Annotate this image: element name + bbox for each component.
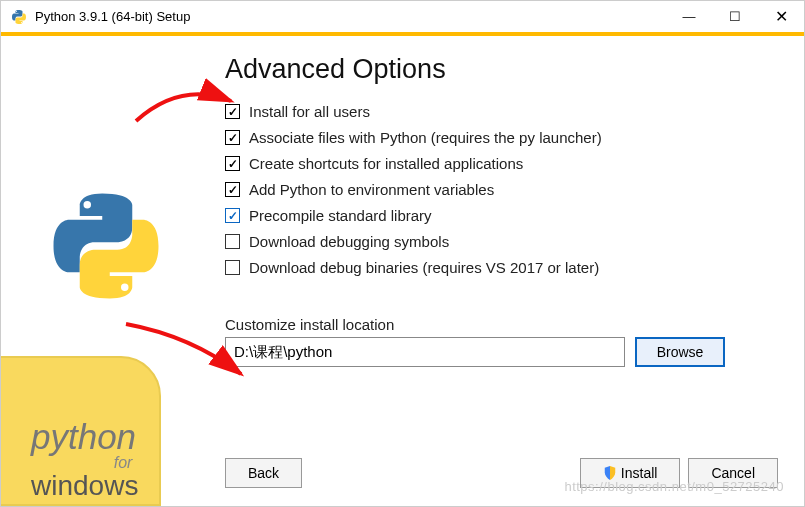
- browse-button[interactable]: Browse: [635, 337, 725, 367]
- shield-icon: [603, 466, 617, 480]
- tagline-windows: windows: [31, 472, 138, 500]
- option-label: Install for all users: [249, 103, 370, 120]
- option-label: Precompile standard library: [249, 207, 432, 224]
- page-heading: Advanced Options: [225, 54, 778, 85]
- location-row: Browse: [225, 337, 778, 367]
- option-checkbox[interactable]: [225, 260, 240, 275]
- option-checkbox[interactable]: [225, 234, 240, 249]
- back-button[interactable]: Back: [225, 458, 302, 488]
- watermark: https://blog.csdn.net/m0_52725240: [564, 479, 784, 494]
- location-label: Customize install location: [225, 316, 778, 333]
- python-icon: [11, 9, 27, 25]
- install-location-input[interactable]: [225, 337, 625, 367]
- option-label: Download debugging symbols: [249, 233, 449, 250]
- main-area: python for windows Advanced Options Inst…: [1, 36, 804, 506]
- option-label: Associate files with Python (requires th…: [249, 129, 602, 146]
- option-row: Precompile standard library: [225, 207, 778, 224]
- option-row: Create shortcuts for installed applicati…: [225, 155, 778, 172]
- options-list: Install for all usersAssociate files wit…: [225, 103, 778, 276]
- option-checkbox[interactable]: [225, 156, 240, 171]
- maximize-button[interactable]: ☐: [712, 1, 758, 33]
- option-label: Download debug binaries (requires VS 201…: [249, 259, 599, 276]
- window-title: Python 3.9.1 (64-bit) Setup: [35, 9, 666, 24]
- option-row: Download debugging symbols: [225, 233, 778, 250]
- option-row: Install for all users: [225, 103, 778, 120]
- titlebar: Python 3.9.1 (64-bit) Setup — ☐ ✕: [1, 1, 804, 33]
- option-checkbox[interactable]: [225, 104, 240, 119]
- option-label: Add Python to environment variables: [249, 181, 494, 198]
- option-checkbox[interactable]: [225, 130, 240, 145]
- option-row: Add Python to environment variables: [225, 181, 778, 198]
- option-row: Download debug binaries (requires VS 201…: [225, 259, 778, 276]
- option-checkbox[interactable]: [225, 182, 240, 197]
- tagline: python for windows: [31, 419, 138, 500]
- side-panel: python for windows: [1, 36, 211, 506]
- option-row: Associate files with Python (requires th…: [225, 129, 778, 146]
- minimize-button[interactable]: —: [666, 1, 712, 33]
- content-panel: Advanced Options Install for all usersAs…: [211, 36, 804, 506]
- python-logo-large: [46, 186, 166, 306]
- option-label: Create shortcuts for installed applicati…: [249, 155, 523, 172]
- tagline-python: python: [31, 419, 138, 454]
- close-button[interactable]: ✕: [758, 1, 804, 33]
- option-checkbox[interactable]: [225, 208, 240, 223]
